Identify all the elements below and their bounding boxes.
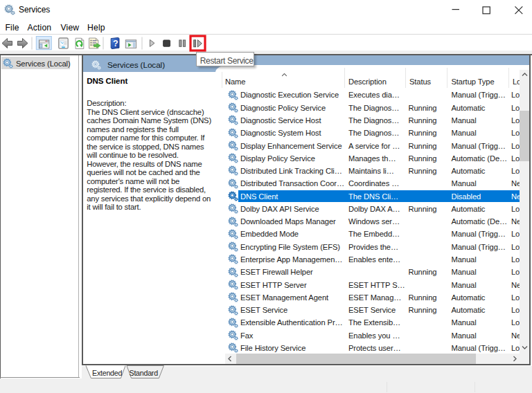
svg-text:?: ? [113,39,118,48]
